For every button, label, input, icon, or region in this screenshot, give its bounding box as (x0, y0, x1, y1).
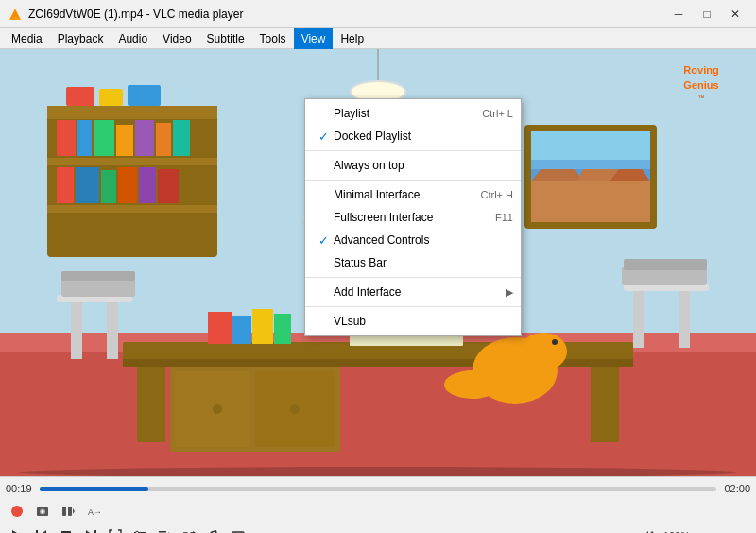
fullscreen-interface-label: Fullscreen Interface (334, 211, 495, 224)
ab-loop-icon: A→B (87, 505, 100, 518)
svg-rect-15 (135, 120, 154, 156)
total-time: 02:00 (722, 483, 750, 494)
minimize-button[interactable]: ─ (665, 5, 692, 24)
menu-item-docked-playlist[interactable]: ✓ Docked Playlist (305, 125, 521, 147)
svg-rect-8 (47, 106, 217, 119)
menu-item-add-interface[interactable]: Add Interface ▶ (305, 281, 521, 303)
minimal-interface-shortcut: Ctrl+ H (480, 189, 513, 200)
svg-rect-22 (139, 167, 156, 203)
random-icon (182, 529, 196, 533)
svg-point-46 (213, 404, 222, 414)
progress-section: 00:19 02:00 (0, 477, 756, 500)
playlist-label: Playlist (334, 107, 482, 120)
fullscreen-button[interactable] (104, 525, 127, 533)
svg-rect-79 (68, 507, 72, 516)
menu-tools[interactable]: Tools (252, 28, 294, 49)
svg-marker-81 (73, 508, 75, 514)
aspect-ratio-button[interactable] (227, 525, 249, 533)
status-bar-label: Status Bar (334, 256, 513, 269)
volume-area: 100% (637, 525, 750, 533)
menu-audio[interactable]: Audio (111, 28, 155, 49)
svg-marker-101 (215, 529, 217, 533)
extended-settings-button[interactable] (129, 525, 151, 533)
svg-rect-33 (531, 181, 650, 222)
menu-media[interactable]: Media (4, 28, 50, 49)
current-time: 00:19 (6, 483, 34, 494)
svg-rect-17 (173, 120, 190, 156)
always-on-top-label: Always on top (334, 159, 513, 172)
play-button[interactable] (6, 525, 28, 533)
separator-3 (305, 277, 521, 278)
prev-icon (35, 529, 48, 533)
controls-bar: 00:19 02:00 (0, 476, 756, 533)
menu-item-advanced-controls[interactable]: ✓ Advanced Controls (305, 229, 521, 251)
stop-button[interactable] (55, 525, 77, 533)
vlc-icon (8, 7, 23, 22)
svg-rect-24 (66, 87, 94, 106)
close-button[interactable]: ✕ (722, 5, 748, 24)
volume-icon (642, 529, 655, 533)
loop-icon (207, 529, 220, 533)
svg-rect-13 (94, 120, 114, 156)
advanced-controls-row: A→B (0, 500, 756, 523)
svg-text:A→B: A→B (88, 507, 100, 517)
menu-item-fullscreen-interface[interactable]: Fullscreen Interface F11 (305, 206, 521, 229)
svg-rect-41 (137, 367, 165, 442)
record-button[interactable] (6, 501, 28, 522)
menu-item-status-bar[interactable]: Status Bar (305, 251, 521, 274)
svg-rect-21 (118, 167, 137, 203)
aspect-ratio-icon (232, 529, 245, 533)
next-button[interactable] (79, 525, 102, 533)
menu-bar: Media Playback Audio Video Subtitle Tool… (0, 28, 756, 49)
random-button[interactable] (178, 525, 200, 533)
svg-rect-77 (40, 507, 43, 508)
svg-rect-49 (232, 316, 251, 344)
svg-rect-48 (208, 312, 232, 344)
fullscreen-icon (109, 529, 122, 533)
svg-point-76 (42, 510, 44, 513)
progress-bar[interactable] (40, 487, 716, 491)
svg-rect-18 (57, 167, 74, 203)
svg-rect-67 (624, 259, 707, 270)
menu-item-playlist[interactable]: Playlist Ctrl+ L (305, 102, 521, 125)
record-icon (10, 505, 24, 518)
svg-rect-65 (679, 291, 690, 348)
svg-point-56 (552, 339, 558, 345)
prev-button[interactable] (30, 525, 53, 533)
svg-rect-25 (99, 89, 123, 106)
menu-view[interactable]: View (294, 28, 334, 49)
menu-playback[interactable]: Playback (50, 28, 112, 49)
show-playlist-icon (158, 529, 171, 533)
loop-button[interactable] (202, 525, 225, 533)
svg-rect-12 (77, 120, 92, 156)
svg-rect-95 (159, 531, 166, 533)
window-title: ZCI69dVtW0E (1).mp4 - VLC media player (28, 8, 665, 21)
menu-item-always-on-top[interactable]: Always on top (305, 154, 521, 177)
svg-rect-59 (71, 302, 82, 359)
next-icon (84, 529, 97, 533)
menu-item-minimal-interface[interactable]: Minimal Interface Ctrl+ H (305, 183, 521, 206)
play-icon (10, 529, 24, 533)
volume-icon-button[interactable] (637, 525, 660, 533)
separator-4 (305, 306, 521, 307)
svg-point-73 (11, 506, 23, 517)
menu-subtitle[interactable]: Subtitle (199, 28, 252, 49)
svg-text:™: ™ (698, 95, 705, 101)
menu-video[interactable]: Video (155, 28, 198, 49)
svg-rect-23 (158, 169, 179, 203)
main-playback-controls: 100% (0, 523, 756, 533)
svg-point-47 (290, 404, 300, 414)
docked-playlist-label: Docked Playlist (334, 129, 513, 143)
vlsub-label: VLsub (334, 315, 513, 328)
maximize-button[interactable]: □ (694, 5, 720, 24)
show-playlist-button[interactable] (153, 525, 176, 533)
svg-text:Genius: Genius (683, 79, 718, 91)
menu-item-vlsub[interactable]: VLsub (305, 310, 521, 333)
ab-loop-button[interactable]: A→B (82, 501, 105, 522)
title-bar: ZCI69dVtW0E (1).mp4 - VLC media player ─… (0, 0, 756, 28)
frame-advance-button[interactable] (57, 501, 79, 522)
svg-rect-11 (57, 120, 76, 156)
snapshot-button[interactable] (31, 501, 54, 522)
menu-help[interactable]: Help (333, 28, 371, 49)
svg-rect-60 (107, 302, 118, 359)
